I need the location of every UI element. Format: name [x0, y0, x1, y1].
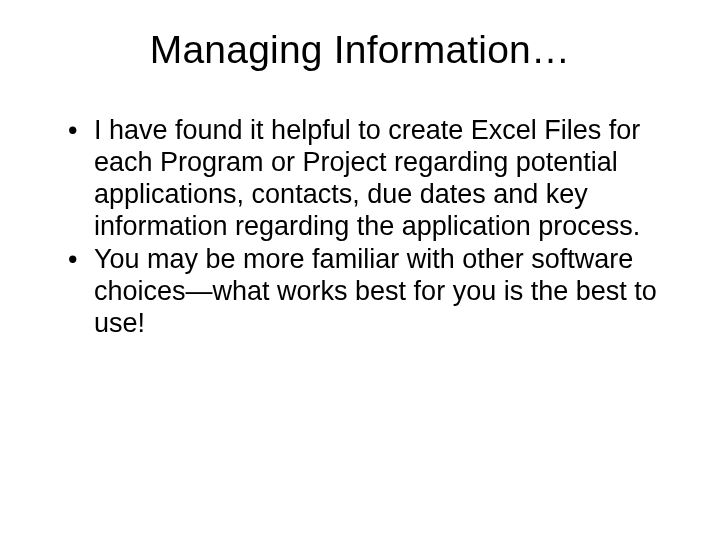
list-item: I have found it helpful to create Excel …: [68, 114, 660, 243]
bullet-list: I have found it helpful to create Excel …: [60, 114, 660, 339]
slide: Managing Information… I have found it he…: [0, 0, 720, 540]
slide-title: Managing Information…: [60, 28, 660, 72]
list-item: You may be more familiar with other soft…: [68, 243, 660, 339]
